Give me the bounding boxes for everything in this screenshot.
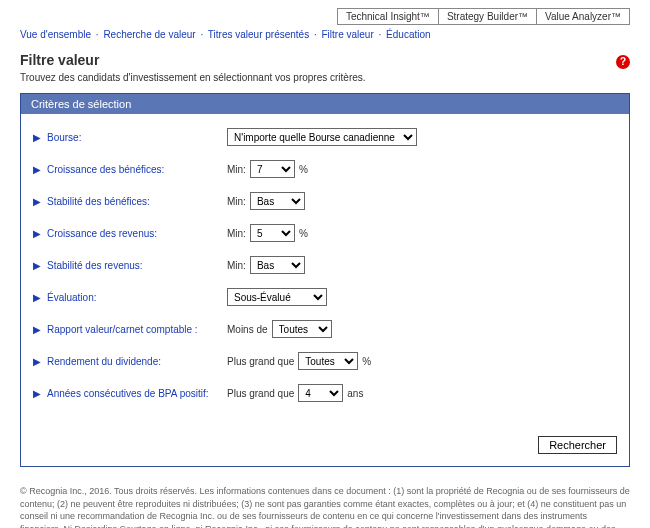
label-croissance-revenus[interactable]: Croissance des revenus: [47,228,227,239]
label-evaluation[interactable]: Évaluation: [47,292,227,303]
row-bourse: ▶ Bourse: N'importe quelle Bourse canadi… [33,128,617,146]
row-croissance-benefices: ▶ Croissance des bénéfices: Min: 7 % [33,160,617,178]
top-tabs: Technical Insight™Strategy Builder™Value… [20,8,630,25]
label-rendement[interactable]: Rendement du dividende: [47,356,227,367]
prefix-text: Min: [227,196,246,207]
select-annees[interactable]: 4 [298,384,343,402]
label-stabilite-revenus[interactable]: Stabilité des revenus: [47,260,227,271]
arrow-icon: ▶ [33,388,47,399]
breadcrumb-education[interactable]: Éducation [386,29,430,40]
label-rapport[interactable]: Rapport valeur/carnet comptable : [47,324,227,335]
suffix-text: % [362,356,371,367]
row-annees: ▶ Années consécutives de BPA positif: Pl… [33,384,617,402]
row-rendement: ▶ Rendement du dividende: Plus grand que… [33,352,617,370]
tab-value-analyzer[interactable]: Value Analyzer™ [536,8,630,25]
arrow-icon: ▶ [33,324,47,335]
select-bourse[interactable]: N'importe quelle Bourse canadienne [227,128,417,146]
tab-strategy-builder[interactable]: Strategy Builder™ [438,8,537,25]
label-annees[interactable]: Années consécutives de BPA positif: [47,388,227,399]
label-stabilite-benefices[interactable]: Stabilité des bénéfices: [47,196,227,207]
footnotes: © Recognia Inc., 2016. Tous droits réser… [20,485,630,528]
arrow-icon: ▶ [33,228,47,239]
page-title: Filtre valeur [20,52,99,68]
select-croissance-benefices[interactable]: 7 [250,160,295,178]
suffix-text: % [299,164,308,175]
search-button[interactable]: Rechercher [538,436,617,454]
label-bourse[interactable]: Bourse: [47,132,227,143]
prefix-text: Min: [227,164,246,175]
prefix-text: Min: [227,260,246,271]
select-rapport[interactable]: Toutes [272,320,332,338]
help-icon[interactable]: ? [616,55,630,69]
prefix-text: Plus grand que [227,356,294,367]
row-croissance-revenus: ▶ Croissance des revenus: Min: 5 % [33,224,617,242]
prefix-text: Moins de [227,324,268,335]
page-subtitle: Trouvez des candidats d'investissement e… [20,72,630,83]
prefix-text: Min: [227,228,246,239]
label-croissance-benefices[interactable]: Croissance des bénéfices: [47,164,227,175]
tab-technical-insight[interactable]: Technical Insight™ [337,8,439,25]
breadcrumb-filter[interactable]: Filtre valeur [322,29,374,40]
prefix-text: Plus grand que [227,388,294,399]
row-stabilite-revenus: ▶ Stabilité des revenus: Min: Bas [33,256,617,274]
suffix-text: % [299,228,308,239]
select-rendement[interactable]: Toutes [298,352,358,370]
select-evaluation[interactable]: Sous-Évalué [227,288,327,306]
breadcrumb-search[interactable]: Recherche de valeur [103,29,195,40]
arrow-icon: ▶ [33,356,47,367]
arrow-icon: ▶ [33,292,47,303]
footnote-copyright: © Recognia Inc., 2016. Tous droits réser… [20,485,630,528]
panel-header: Critères de sélection [21,94,629,114]
select-stabilite-benefices[interactable]: Bas [250,192,305,210]
arrow-icon: ▶ [33,132,47,143]
suffix-text: ans [347,388,363,399]
row-rapport: ▶ Rapport valeur/carnet comptable : Moin… [33,320,617,338]
criteria-panel: Critères de sélection ▶ Bourse: N'import… [20,93,630,467]
arrow-icon: ▶ [33,260,47,271]
select-stabilite-revenus[interactable]: Bas [250,256,305,274]
breadcrumb-overview[interactable]: Vue d'ensemble [20,29,91,40]
select-croissance-revenus[interactable]: 5 [250,224,295,242]
breadcrumb: Vue d'ensemble · Recherche de valeur · T… [20,29,630,40]
arrow-icon: ▶ [33,164,47,175]
breadcrumb-featured[interactable]: Titres valeur présentés [208,29,309,40]
arrow-icon: ▶ [33,196,47,207]
row-evaluation: ▶ Évaluation: Sous-Évalué [33,288,617,306]
row-stabilite-benefices: ▶ Stabilité des bénéfices: Min: Bas [33,192,617,210]
